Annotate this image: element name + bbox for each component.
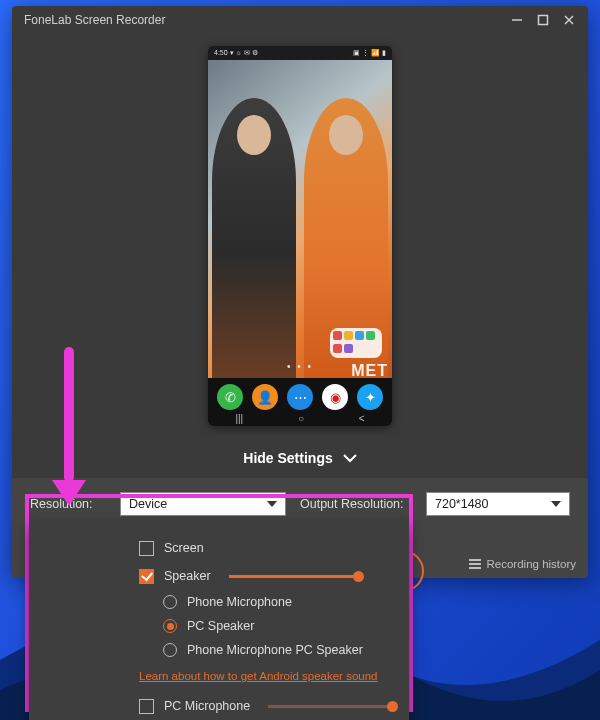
- both-radio[interactable]: Phone Microphone PC Speaker: [163, 638, 393, 662]
- person-1: [212, 98, 297, 378]
- window-title: FoneLab Screen Recorder: [24, 13, 165, 27]
- pc-microphone-volume-slider[interactable]: [268, 705, 393, 708]
- phone-widget: [330, 328, 382, 358]
- dock-phone-icon: ✆: [217, 384, 243, 410]
- radio-unselected-icon: [163, 643, 177, 657]
- speaker-volume-slider[interactable]: [229, 575, 359, 578]
- dock-twitter-icon: ✦: [357, 384, 383, 410]
- phone-statusbar: 4:50 ▾ ☼ ✉ ⚙ ▣ ⋮ 📶 ▮: [208, 46, 392, 60]
- pc-microphone-checkbox-row[interactable]: PC Microphone: [139, 692, 393, 720]
- minimize-button[interactable]: [504, 10, 530, 30]
- dock-record-icon: ◉: [322, 384, 348, 410]
- checkbox-checked-icon: [139, 569, 154, 584]
- svg-rect-1: [539, 16, 548, 25]
- dock-contacts-icon: 👤: [252, 384, 278, 410]
- pc-microphone-label: PC Microphone: [164, 699, 250, 713]
- phone-softkeys: |||○<: [208, 412, 392, 424]
- close-button[interactable]: [556, 10, 582, 30]
- radio-selected-icon: [163, 619, 177, 633]
- checkbox-unchecked-icon: [139, 541, 154, 556]
- phone-mic-label: Phone Microphone: [187, 595, 292, 609]
- phone-time: 4:50: [214, 49, 228, 56]
- phone-left-icons: ▾ ☼ ✉ ⚙: [230, 49, 258, 56]
- hide-settings-label: Hide Settings: [243, 450, 332, 466]
- recording-history-link[interactable]: Recording history: [469, 558, 576, 570]
- chevron-down-icon: [343, 453, 357, 463]
- learn-link[interactable]: Learn about how to get Android speaker s…: [139, 662, 393, 692]
- preview-area: 4:50 ▾ ☼ ✉ ⚙ ▣ ⋮ 📶 ▮ MET • • • ✆ 👤 ⋯ ◉ ✦…: [12, 34, 588, 438]
- screen-checkbox-row[interactable]: Screen: [139, 534, 393, 562]
- recording-content-popup: Screen Speaker Phone Microphone PC Speak…: [29, 520, 409, 720]
- pc-speaker-radio[interactable]: PC Speaker: [163, 614, 393, 638]
- phone-mic-radio[interactable]: Phone Microphone: [163, 590, 393, 614]
- pc-speaker-label: PC Speaker: [187, 619, 254, 633]
- both-label: Phone Microphone PC Speaker: [187, 643, 363, 657]
- maximize-button[interactable]: [530, 10, 556, 30]
- phone-right-icons: ▣ ⋮ 📶 ▮: [353, 49, 386, 57]
- output-resolution-value: 720*1480: [435, 497, 489, 511]
- checkbox-unchecked-icon: [139, 699, 154, 714]
- recording-history-label: Recording history: [487, 558, 576, 570]
- speaker-label: Speaker: [164, 569, 211, 583]
- dock-messages-icon: ⋯: [287, 384, 313, 410]
- screen-label: Screen: [164, 541, 204, 555]
- app-window: FoneLab Screen Recorder 4:50 ▾ ☼ ✉ ⚙ ▣ ⋮…: [12, 6, 588, 578]
- list-icon: [469, 559, 481, 569]
- chevron-down-icon: [551, 501, 561, 507]
- titlebar: FoneLab Screen Recorder: [12, 6, 588, 34]
- phone-dock: ✆ 👤 ⋯ ◉ ✦: [208, 384, 392, 410]
- phone-preview: 4:50 ▾ ☼ ✉ ⚙ ▣ ⋮ 📶 ▮ MET • • • ✆ 👤 ⋯ ◉ ✦…: [208, 46, 392, 426]
- output-resolution-select[interactable]: 720*1480: [426, 492, 570, 516]
- radio-unselected-icon: [163, 595, 177, 609]
- page-dots: • • •: [208, 361, 392, 372]
- speaker-checkbox-row[interactable]: Speaker: [139, 562, 393, 590]
- hide-settings-toggle[interactable]: Hide Settings: [12, 438, 588, 478]
